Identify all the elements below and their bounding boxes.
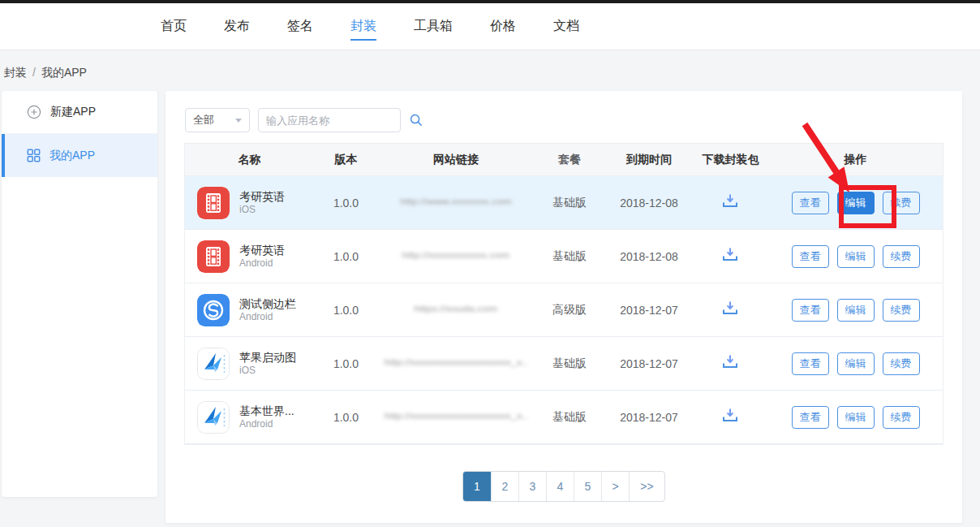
breadcrumb-separator: / [32, 66, 36, 79]
expiry-cell: 2018-12-07 [605, 411, 692, 424]
breadcrumb-section[interactable]: 封装 [4, 66, 27, 79]
expiry-cell: 2018-12-07 [605, 357, 692, 370]
table-row: 苹果启动图iOS 1.0.0 http://xxxxxxxxxxxxxxxxxx… [185, 337, 943, 391]
col-header-name: 名称 [185, 153, 314, 167]
col-header-download: 下载封装包 [693, 153, 768, 167]
nav-tab-docs[interactable]: 文档 [553, 3, 579, 50]
table-row: 考研英语iOS 1.0.0 http://www.xxxxxxx.com 基础版… [185, 176, 943, 230]
app-name-cell: 苹果启动图iOS [185, 348, 314, 380]
next-page-button[interactable]: > [601, 472, 629, 501]
masked-url: http://xxxxxxxxxxx.com [402, 250, 509, 261]
col-header-operations: 操作 [768, 153, 943, 167]
col-header-version: 版本 [314, 153, 378, 167]
view-button[interactable]: 查看 [792, 352, 829, 375]
operations-cell: 查看 编辑 续费 [768, 192, 943, 214]
grid-icon [27, 149, 41, 162]
sidebar-item-label: 新建APP [50, 105, 96, 119]
renew-button[interactable]: 续费 [883, 245, 920, 268]
nav-tab-toolbox[interactable]: 工具箱 [414, 3, 453, 50]
masked-url: http://xxxxxxxxxxxxxxxxxxx_x... [385, 357, 527, 368]
download-cell [693, 300, 768, 319]
version-cell: 1.0.0 [314, 357, 378, 370]
renew-button[interactable]: 续费 [883, 406, 920, 429]
search-input[interactable] [266, 114, 409, 127]
edit-button[interactable]: 编辑 [837, 406, 875, 429]
version-cell: 1.0.0 [314, 304, 378, 317]
app-title: 考研英语 [239, 243, 285, 257]
view-button[interactable]: 查看 [792, 406, 829, 429]
renew-button[interactable]: 续费 [883, 192, 920, 214]
edit-button[interactable]: 编辑 [837, 299, 875, 322]
url-cell: http://www.xxxxxxx.com [378, 196, 533, 210]
page-button-2[interactable]: 2 [491, 472, 518, 501]
edit-button[interactable]: 编辑 [837, 192, 875, 214]
page-button-4[interactable]: 4 [546, 472, 574, 501]
app-name-cell: 基本世界...Android [185, 401, 314, 434]
expiry-cell: 2018-12-07 [605, 304, 692, 317]
page-button-3[interactable]: 3 [518, 472, 546, 501]
app-platform: Android [239, 311, 296, 324]
sidebar-item-my-app[interactable]: 我的APP [2, 134, 157, 177]
masked-url: https://souda.com [415, 304, 498, 314]
url-cell: http://xxxxxxxxxxx.com [378, 249, 533, 264]
page-button-1[interactable]: 1 [463, 472, 491, 501]
app-title: 基本世界... [239, 404, 294, 418]
paper-bird-icon [197, 401, 230, 434]
main-panel: 全部 名称 版本 网站链接 套餐 到期时间 下载封装包 操作 考研英 [165, 91, 962, 523]
sidebar-item-label: 我的APP [49, 149, 95, 163]
operations-cell: 查看 编辑 续费 [768, 299, 943, 322]
edit-button[interactable]: 编辑 [837, 352, 875, 375]
nav-tab-pricing[interactable]: 价格 [490, 3, 516, 50]
table-header-row: 名称 版本 网站链接 套餐 到期时间 下载封装包 操作 [184, 143, 943, 176]
app-title: 苹果启动图 [239, 350, 296, 365]
app-title: 测试侧边栏 [239, 296, 296, 311]
search-icon[interactable] [409, 113, 423, 127]
paper-bird-icon [197, 348, 230, 380]
category-select[interactable]: 全部 [185, 108, 250, 132]
download-icon[interactable] [720, 193, 740, 210]
download-icon[interactable] [720, 300, 740, 317]
app-platform: iOS [239, 365, 296, 378]
renew-button[interactable]: 续费 [883, 352, 920, 375]
s-swirl-icon [197, 294, 230, 326]
sidebar-item-new-app[interactable]: 新建APP [2, 91, 157, 134]
app-platform: iOS [239, 204, 285, 217]
download-cell [693, 193, 768, 212]
edit-button[interactable]: 编辑 [837, 245, 875, 268]
download-icon[interactable] [720, 408, 740, 424]
download-icon[interactable] [720, 247, 740, 263]
view-button[interactable]: 查看 [792, 299, 829, 322]
view-button[interactable]: 查看 [792, 245, 829, 268]
page-button-5[interactable]: 5 [574, 472, 601, 501]
col-header-plan: 套餐 [534, 153, 606, 167]
nav-tab-home[interactable]: 首页 [161, 3, 187, 50]
nav-tab-publish[interactable]: 发布 [224, 3, 250, 50]
category-select-value: 全部 [193, 113, 214, 127]
search-box [258, 108, 401, 132]
version-cell: 1.0.0 [314, 250, 378, 263]
view-button[interactable]: 查看 [792, 192, 829, 214]
filter-row: 全部 [185, 108, 962, 132]
renew-button[interactable]: 续费 [883, 299, 920, 322]
masked-url: http://www.xxxxxxx.com [400, 197, 511, 207]
col-header-url: 网站链接 [378, 153, 533, 167]
last-page-button[interactable]: >> [629, 472, 664, 501]
plan-cell: 基础版 [534, 249, 606, 264]
download-icon[interactable] [720, 354, 740, 370]
pagination: 1 2 3 4 5 > >> [462, 471, 665, 502]
plan-cell: 基础版 [534, 196, 606, 210]
nav-tab-sign[interactable]: 签名 [287, 3, 313, 50]
film-icon [197, 240, 230, 273]
url-cell: https://souda.com [378, 303, 533, 317]
app-name-cell: 测试侧边栏Android [185, 294, 314, 326]
app-name-cell: 考研英语iOS [185, 187, 314, 219]
operations-cell: 查看 编辑 续费 [768, 245, 943, 268]
nav-tab-package[interactable]: 封装 [350, 3, 376, 50]
table-row: 基本世界...Android 1.0.0 http://xxxxxxxxxxxx… [185, 391, 943, 444]
expiry-cell: 2018-12-08 [605, 197, 692, 210]
app-table: 名称 版本 网站链接 套餐 到期时间 下载封装包 操作 考研英语iOS 1.0.… [184, 143, 943, 445]
app-title: 考研英语 [239, 189, 285, 204]
operations-cell: 查看 编辑 续费 [768, 352, 943, 375]
plan-cell: 高级版 [534, 303, 606, 317]
chevron-down-icon [235, 119, 242, 123]
